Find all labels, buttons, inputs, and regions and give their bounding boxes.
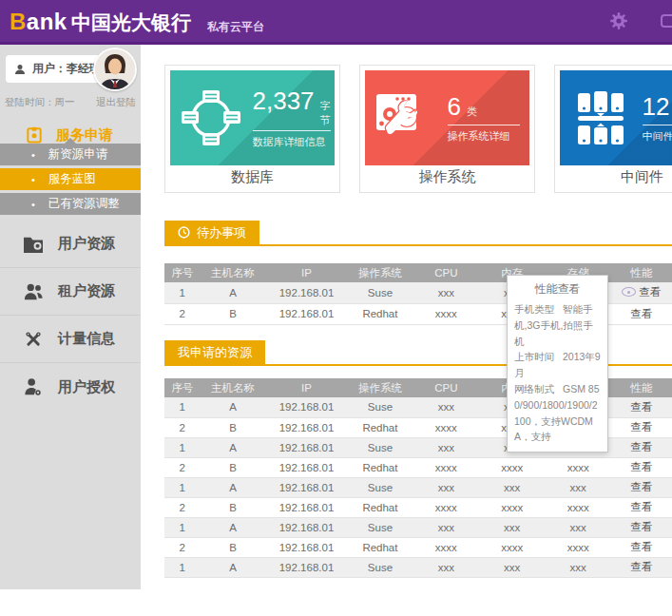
os-unit: 类 — [467, 105, 477, 119]
cell-no: 1 — [164, 517, 200, 537]
cell-mem: xxxx — [479, 457, 545, 477]
middleware-desc: 中间件 — [643, 129, 672, 144]
view-link-label: 查看 — [630, 501, 652, 512]
tab-todo-label: 待办事项 — [197, 224, 246, 241]
cell-storage: xxxx — [545, 497, 610, 517]
view-link[interactable]: 查看 — [611, 517, 672, 537]
cell-host: A — [200, 557, 265, 577]
tooltip-line: 手机类型智能手机,3G手机,拍照手机 — [514, 301, 601, 349]
table-row: 2 B 192.168.01 Redhat xxxx xxxx xxxx 查看 — [164, 537, 672, 557]
view-link[interactable]: 查看 — [611, 437, 672, 457]
database-card-body[interactable]: 2,337 字节 数据库详细信息 — [170, 70, 335, 165]
os-count: 6 — [448, 92, 461, 122]
cell-ip: 192.168.01 — [266, 557, 347, 577]
tab-my-resources[interactable]: 我申请的资源 — [164, 340, 265, 364]
col-host: 主机名称 — [200, 378, 265, 397]
cell-host: A — [200, 397, 265, 417]
cell-os: Redhat — [347, 537, 413, 557]
view-link[interactable]: 查看 — [611, 497, 672, 517]
view-link[interactable]: 查看 — [611, 557, 672, 577]
cell-no: 2 — [164, 303, 200, 324]
cell-no: 2 — [164, 417, 200, 437]
cell-no: 1 — [164, 477, 200, 497]
view-link-label: 查看 — [630, 401, 652, 413]
view-link[interactable]: 查看 — [611, 303, 672, 324]
cell-os: Suse — [347, 437, 413, 457]
users-icon — [23, 282, 44, 301]
cell-host: B — [200, 537, 265, 557]
cell-host: B — [200, 303, 265, 324]
view-link-label: 查看 — [630, 461, 652, 472]
avatar — [93, 48, 137, 91]
submenu-item-label: 新资源申请 — [48, 146, 108, 163]
col-os: 操作系统 — [347, 378, 413, 397]
logout-link[interactable]: 退出登陆 — [96, 96, 136, 109]
cell-no: 1 — [164, 282, 200, 303]
tab-my-resources-label: 我申请的资源 — [178, 344, 252, 361]
os-card: 6 类 操作系统详细 操作系统 — [359, 65, 535, 193]
sidebar-item-metering-info[interactable]: 计量信息 — [0, 316, 141, 363]
cell-cpu: xxx — [413, 437, 479, 457]
user-auth-icon — [23, 377, 44, 396]
os-desc: 操作系统详细 — [448, 129, 521, 144]
view-link[interactable]: 查看 — [611, 537, 672, 557]
cell-storage: xxx — [545, 477, 610, 497]
cell-host: A — [200, 282, 265, 303]
message-icon[interactable] — [661, 14, 672, 28]
cell-os: Redhat — [347, 457, 413, 477]
service-submenu: 新资源申请 服务蓝图 已有资源调整 — [0, 144, 141, 218]
table-row: 1 A 192.168.01 Suse xxx xxx xxx 查看 — [164, 477, 672, 497]
cell-no: 2 — [164, 457, 200, 477]
cell-ip: 192.168.01 — [266, 517, 347, 537]
cell-os: Redhat — [347, 417, 413, 437]
database-desc: 数据库详细信息 — [253, 135, 331, 149]
bank-name: 中国光大银行 — [71, 10, 191, 36]
gear-icon[interactable] — [609, 11, 628, 30]
tools-icon — [23, 330, 44, 349]
cell-storage: xxxx — [545, 457, 610, 477]
view-link[interactable]: 查看 — [611, 477, 672, 497]
os-card-label: 操作系统 — [360, 168, 534, 186]
view-link[interactable]: 查看 — [611, 457, 672, 477]
cell-ip: 192.168.01 — [266, 303, 347, 324]
submenu-item[interactable]: 服务蓝图 — [0, 168, 141, 190]
view-link[interactable]: 查看 — [611, 282, 672, 303]
eye-icon — [622, 287, 636, 297]
app-window: Bank 中国光大银行 私有云平台 用户：李经理 — [0, 0, 672, 616]
cell-cpu: xxx — [413, 517, 479, 537]
view-link[interactable]: 查看 — [611, 397, 672, 417]
table-row: 2 B 192.168.01 Redhat xxxx xxxx xxxx 查看 — [164, 497, 672, 517]
submenu-item[interactable]: 已有资源调整 — [0, 193, 141, 215]
middleware-card-body[interactable]: 12 中间件 — [560, 70, 672, 165]
tab-todo[interactable]: 待办事项 — [164, 221, 259, 244]
top-bar: Bank 中国光大银行 私有云平台 — [0, 0, 672, 45]
cell-ip: 192.168.01 — [266, 282, 347, 303]
cell-no: 1 — [164, 437, 200, 457]
login-time-label: 登陆时间：周一 — [5, 96, 75, 109]
sidebar-item-user-auth[interactable]: 用户授权 — [0, 363, 141, 411]
tooltip-title: 性能查看 — [514, 281, 601, 298]
sidebar-item-tenant-resources[interactable]: 租户资源 — [0, 268, 141, 316]
table-row: 1 A 192.168.01 Suse xxx xxx xxx 查看 — [164, 557, 672, 577]
middleware-count: 12 — [643, 92, 670, 122]
cell-ip: 192.168.01 — [266, 537, 347, 557]
cell-os: Redhat — [347, 303, 413, 324]
submenu-item[interactable]: 新资源申请 — [0, 144, 141, 165]
cell-mem: xxxx — [479, 537, 545, 557]
platform-name: 私有云平台 — [207, 19, 264, 35]
cell-mem: xxx — [479, 477, 545, 497]
folder-icon — [23, 235, 44, 254]
sidebar: 用户：李经理 登陆时间：周一 退出登陆 服务申请 — [0, 45, 141, 589]
view-link[interactable]: 查看 — [611, 417, 672, 437]
cell-cpu: xxxx — [413, 417, 479, 437]
col-cpu: CPU — [413, 378, 479, 397]
os-card-body[interactable]: 6 类 操作系统详细 — [365, 70, 529, 165]
cell-os: Redhat — [347, 497, 413, 517]
logo-letter: B — [10, 9, 27, 34]
sidebar-item-user-resources[interactable]: 用户资源 — [0, 221, 141, 268]
bank-logo: Bank — [10, 9, 67, 35]
table-row: 1 A 192.168.01 Suse xxx xxx xxx 查看 — [164, 517, 672, 537]
cell-cpu: xxx — [413, 477, 479, 497]
os-wrench-icon — [365, 88, 448, 147]
cell-cpu: xxx — [413, 397, 479, 417]
